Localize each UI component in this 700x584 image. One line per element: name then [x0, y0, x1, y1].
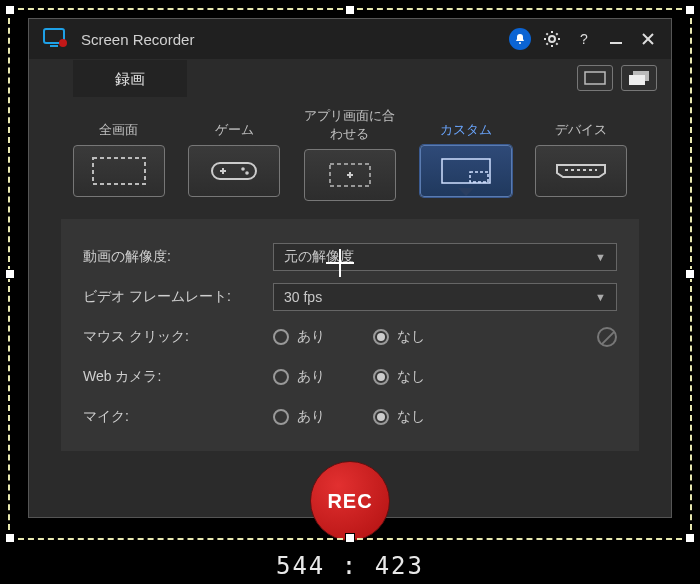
resize-handle-mr[interactable] [685, 269, 695, 279]
tab-game[interactable]: ゲーム [183, 107, 287, 201]
chevron-down-icon: ▼ [595, 291, 606, 303]
webcam-label: Web カメラ: [83, 368, 273, 386]
chevron-down-icon: ▼ [595, 251, 606, 263]
webcam-yes-radio[interactable]: あり [273, 368, 325, 386]
settings-gear-icon[interactable] [541, 28, 563, 50]
svg-line-10 [556, 43, 557, 44]
mouseclick-no-radio[interactable]: なし [373, 328, 425, 346]
minimize-button[interactable] [605, 28, 627, 50]
notification-bell-button[interactable] [509, 28, 531, 50]
app-window: Screen Recorder ? 録画 全画面 [28, 18, 672, 518]
resize-handle-ml[interactable] [5, 269, 15, 279]
resize-handle-tc[interactable] [345, 5, 355, 15]
svg-rect-1 [50, 45, 58, 47]
svg-rect-19 [93, 158, 145, 184]
framerate-label: ビデオ フレームレート: [83, 288, 273, 306]
resize-handle-br[interactable] [685, 533, 695, 543]
aspect-mode-button[interactable] [577, 65, 613, 91]
mic-label: マイク: [83, 408, 273, 426]
selection-dimensions: 544 : 423 [0, 552, 700, 580]
tab-custom[interactable]: カスタム [414, 107, 518, 201]
tab-device[interactable]: デバイス [529, 107, 633, 201]
svg-rect-16 [585, 72, 605, 84]
device-hdmi-icon [535, 145, 627, 197]
disabled-icon [597, 327, 617, 347]
svg-line-11 [546, 43, 547, 44]
mouseclick-yes-radio[interactable]: あり [273, 328, 325, 346]
subbar: 録画 [29, 59, 671, 97]
fullscreen-icon [73, 145, 165, 197]
svg-line-12 [556, 33, 557, 34]
svg-rect-27 [442, 159, 490, 183]
framerate-select[interactable]: 30 fps ▼ [273, 283, 617, 311]
svg-line-9 [546, 33, 547, 34]
resize-handle-tl[interactable] [5, 5, 15, 15]
help-icon[interactable]: ? [573, 28, 595, 50]
svg-point-2 [59, 39, 67, 47]
resolution-select[interactable]: 元の解像度 ▼ [273, 243, 617, 271]
svg-point-22 [242, 167, 246, 171]
svg-point-23 [246, 171, 250, 175]
resize-handle-bl[interactable] [5, 533, 15, 543]
custom-region-icon [420, 145, 512, 197]
titlebar: Screen Recorder ? [29, 19, 671, 59]
window-mode-button[interactable] [621, 65, 657, 91]
close-button[interactable] [637, 28, 659, 50]
mouseclick-label: マウス クリック: [83, 328, 273, 346]
svg-point-3 [519, 42, 521, 44]
svg-rect-18 [629, 75, 645, 85]
capture-tabs: 全画面 ゲーム アプリ画面に合わせる カスタム デバイス [29, 97, 671, 205]
fit-app-icon [304, 149, 396, 201]
mic-yes-radio[interactable]: あり [273, 408, 325, 426]
app-icon [41, 27, 71, 51]
record-tab[interactable]: 録画 [73, 60, 187, 97]
resize-handle-tr[interactable] [685, 5, 695, 15]
tab-fullscreen[interactable]: 全画面 [67, 107, 171, 201]
record-button[interactable]: REC [310, 461, 390, 541]
svg-rect-28 [470, 172, 488, 182]
tab-fit-app[interactable]: アプリ画面に合わせる [298, 107, 402, 201]
mic-no-radio[interactable]: なし [373, 408, 425, 426]
gamepad-icon [188, 145, 280, 197]
resolution-label: 動画の解像度: [83, 248, 273, 266]
app-title: Screen Recorder [81, 31, 499, 48]
webcam-no-radio[interactable]: なし [373, 368, 425, 386]
svg-point-4 [549, 36, 555, 42]
settings-panel: 動画の解像度: 元の解像度 ▼ ビデオ フレームレート: 30 fps ▼ マウ… [61, 219, 639, 451]
